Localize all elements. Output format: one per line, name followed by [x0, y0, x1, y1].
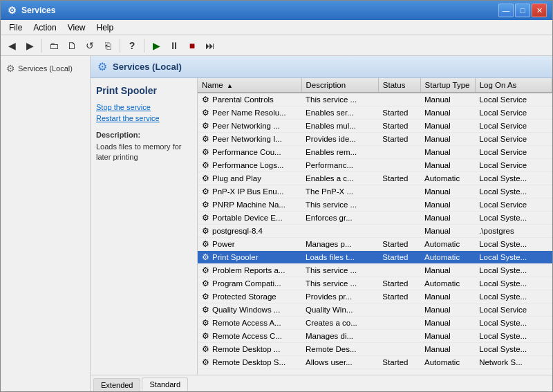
row-icon: ⚙ [202, 121, 209, 131]
cell-status [378, 225, 420, 238]
col-header-name[interactable]: Name ▲ [198, 78, 301, 93]
row-icon: ⚙ [202, 160, 209, 170]
table-row[interactable]: ⚙Portable Device E...Enforces gr...Manua… [198, 212, 552, 225]
restart-service-link[interactable]: Restart the service [96, 114, 191, 122]
table-row[interactable]: ⚙Plug and PlayEnables a c...StartedAutom… [198, 172, 552, 185]
cell-logon: Local Syste... [475, 343, 552, 356]
table-body: ⚙Parental ControlsThis service ...Manual… [198, 93, 552, 369]
info-panel: Print Spooler Stop the service Restart t… [91, 78, 198, 375]
cell-logon: Local Syste... [475, 238, 552, 251]
row-icon: ⚙ [202, 252, 209, 262]
table-row[interactable]: ⚙Problem Reports a...This service ...Man… [198, 264, 552, 277]
menu-action[interactable]: Action [28, 21, 62, 34]
cell-startup: Manual [420, 264, 475, 277]
show-hide-button[interactable]: 🗋 [64, 37, 80, 54]
cell-description: Performanc... [301, 159, 378, 172]
cell-startup: Manual [420, 212, 475, 225]
row-icon: ⚙ [202, 213, 209, 223]
cell-logon: Local Syste... [475, 185, 552, 198]
help-button[interactable]: ? [124, 37, 140, 54]
cell-name: ⚙Problem Reports a... [198, 264, 301, 277]
menu-file[interactable]: File [3, 21, 28, 34]
cell-description: This service ... [301, 277, 378, 290]
table-row[interactable]: ⚙Remote Desktop S...Allows user...Starte… [198, 356, 552, 369]
cell-name: ⚙Peer Networking ... [198, 120, 301, 133]
cell-logon: .\postgres [475, 225, 552, 238]
cell-logon: Local Service [475, 146, 552, 159]
cell-status: Started [378, 238, 420, 251]
cell-startup: Automatic [420, 238, 475, 251]
cell-logon: Local Syste... [475, 317, 552, 330]
table-row[interactable]: ⚙Performance Logs...Performanc...ManualL… [198, 159, 552, 172]
cell-description: This service ... [301, 198, 378, 212]
cell-description: Enables rem... [301, 146, 378, 159]
cell-name: ⚙Print Spooler [198, 251, 301, 264]
cell-logon: Local Syste... [475, 330, 552, 343]
export-button[interactable]: ⎗ [100, 37, 116, 54]
cell-startup: Manual [420, 159, 475, 172]
cell-name: ⚙Program Compati... [198, 277, 301, 290]
row-icon: ⚙ [202, 265, 209, 275]
cell-startup: Manual [420, 146, 475, 159]
cell-description: Manages di... [301, 330, 378, 343]
cell-status [378, 93, 420, 106]
cell-startup: Manual [420, 185, 475, 198]
table-row[interactable]: ⚙Program Compati...This service ...Start… [198, 277, 552, 290]
table-row[interactable]: ⚙Remote Desktop ...Remote Des...ManualLo… [198, 343, 552, 356]
cell-description: Enables a c... [301, 172, 378, 185]
table-row[interactable]: ⚙Performance Cou...Enables rem...ManualL… [198, 146, 552, 159]
row-icon: ⚙ [202, 147, 209, 157]
pause-button[interactable]: ⏸ [166, 37, 182, 54]
folder-button[interactable]: 🗀 [46, 37, 62, 54]
cell-description: Manages p... [301, 238, 378, 251]
table-scroll[interactable]: Name ▲ Description Status Startup Type L… [198, 78, 552, 375]
cell-logon: Local Syste... [475, 212, 552, 225]
forward-button[interactable]: ▶ [21, 37, 38, 54]
cell-name: ⚙Performance Logs... [198, 159, 301, 172]
tab-standard[interactable]: Standard [142, 377, 188, 391]
refresh-button[interactable]: ↺ [82, 37, 98, 54]
table-row[interactable]: ⚙PNRP Machine Na...This service ...Manua… [198, 198, 552, 212]
cell-startup: Manual [420, 317, 475, 330]
menu-view[interactable]: View [62, 21, 91, 34]
col-header-description[interactable]: Description [301, 78, 378, 93]
sidebar-item-services-local[interactable]: ⚙ Services (Local) [3, 62, 87, 75]
cell-startup: Automatic [420, 251, 475, 264]
tab-extended[interactable]: Extended [93, 378, 140, 391]
table-row[interactable]: ⚙postgresql-8.4Manual.\postgres [198, 225, 552, 238]
table-row[interactable]: ⚙Protected StorageProvides pr...StartedM… [198, 290, 552, 304]
col-header-status[interactable]: Status [378, 78, 420, 93]
cell-name: ⚙Parental Controls [198, 93, 301, 106]
table-row[interactable]: ⚙PnP-X IP Bus Enu...The PnP-X ...ManualL… [198, 185, 552, 198]
cell-status: Started [378, 172, 420, 185]
services-icon: ⚙ [6, 63, 15, 74]
resume-button[interactable]: ⏭ [202, 37, 218, 54]
table-row[interactable]: ⚙Print SpoolerLoads files t...StartedAut… [198, 251, 552, 264]
back-button[interactable]: ◀ [3, 37, 20, 54]
table-row[interactable]: ⚙Peer Networking ...Enables mul...Starte… [198, 120, 552, 133]
sidebar-label: Services (Local) [18, 64, 73, 73]
stop-service-link[interactable]: Stop the service [96, 103, 191, 111]
col-header-logon[interactable]: Log On As [475, 78, 552, 93]
menu-help[interactable]: Help [91, 21, 120, 34]
col-header-startup[interactable]: Startup Type [420, 78, 475, 93]
table-row[interactable]: ⚙Peer Name Resolu...Enables ser...Starte… [198, 106, 552, 120]
minimize-button[interactable]: — [498, 3, 514, 17]
cell-status [378, 146, 420, 159]
table-row[interactable]: ⚙Remote Access A...Creates a co...Manual… [198, 317, 552, 330]
title-bar: ⚙ Services — □ ✕ [1, 1, 552, 20]
cell-status [378, 330, 420, 343]
table-row[interactable]: ⚙PowerManages p...StartedAutomaticLocal … [198, 238, 552, 251]
panel-header: ⚙ Services (Local) [91, 56, 552, 78]
row-icon: ⚙ [202, 331, 209, 341]
maximize-button[interactable]: □ [515, 3, 530, 17]
table-row[interactable]: ⚙Parental ControlsThis service ...Manual… [198, 93, 552, 106]
close-button[interactable]: ✕ [532, 3, 547, 17]
cell-description [301, 225, 378, 238]
table-row[interactable]: ⚙Remote Access C...Manages di...ManualLo… [198, 330, 552, 343]
toolbar-sep-1 [41, 39, 42, 53]
table-row[interactable]: ⚙Quality Windows ...Quality Win...Manual… [198, 304, 552, 317]
run-button[interactable]: ▶ [148, 37, 165, 54]
table-row[interactable]: ⚙Peer Networking I...Provides ide...Star… [198, 133, 552, 146]
stop-button[interactable]: ■ [184, 37, 200, 54]
